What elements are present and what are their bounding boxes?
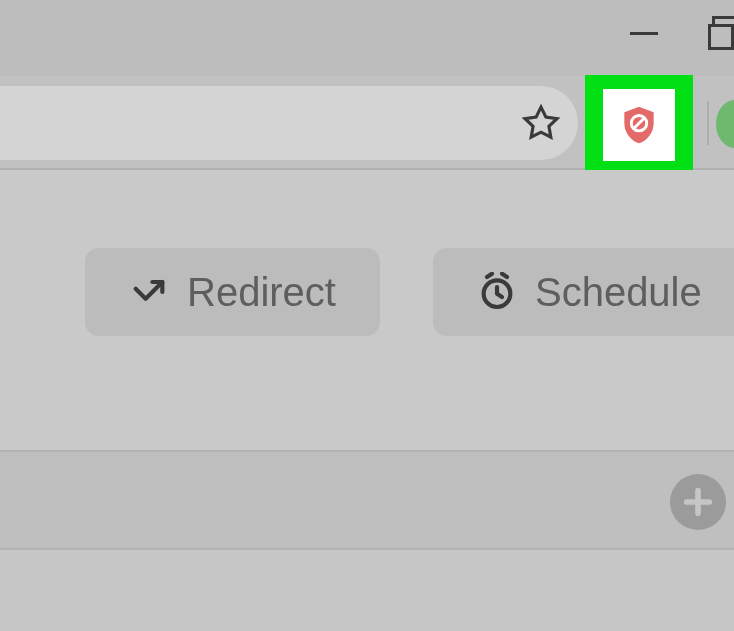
window-controls [630, 20, 734, 46]
tab-row: Redirect Schedule [0, 248, 734, 336]
svg-line-4 [487, 274, 492, 277]
toolbar-divider [707, 101, 709, 145]
bottom-area [0, 550, 734, 631]
block-extension-button[interactable] [603, 89, 675, 161]
plus-icon [681, 485, 715, 519]
list-section [0, 450, 734, 550]
svg-line-5 [502, 274, 507, 277]
shield-block-icon [617, 103, 661, 147]
tab-schedule[interactable]: Schedule [433, 248, 734, 336]
tab-schedule-label: Schedule [535, 270, 702, 315]
extension-highlight [585, 75, 693, 175]
tab-redirect[interactable]: Redirect [85, 248, 380, 336]
minimize-button[interactable] [630, 32, 658, 35]
clock-icon [477, 272, 517, 312]
tab-redirect-label: Redirect [187, 270, 336, 315]
title-bar [0, 0, 734, 76]
extension-content: Redirect Schedule [0, 170, 734, 450]
star-icon[interactable] [522, 104, 560, 142]
svg-marker-0 [525, 107, 557, 137]
profile-avatar[interactable] [716, 100, 734, 148]
address-bar[interactable] [0, 86, 578, 160]
add-button[interactable] [670, 474, 726, 530]
browser-toolbar [0, 76, 734, 170]
redirect-icon [129, 272, 169, 312]
maximize-button[interactable] [708, 20, 734, 46]
